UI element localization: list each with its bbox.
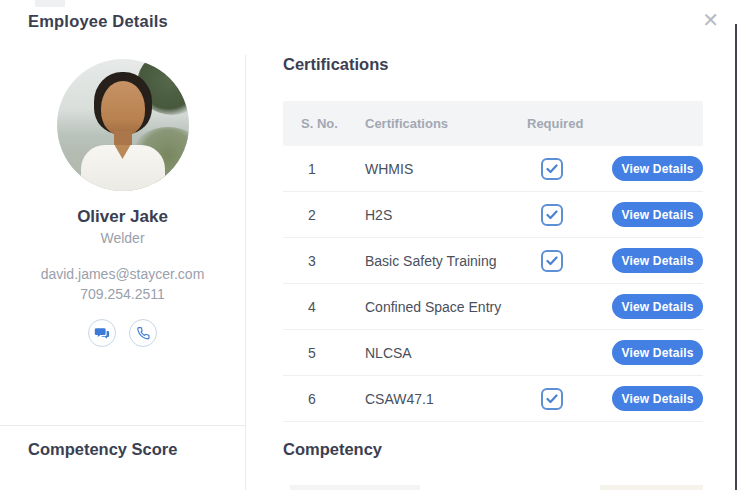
table-header: S. No. Certifications Required [283,101,703,146]
cert-name: WHMIS [365,161,527,177]
table-row: 2 H2S View Details [283,192,703,238]
contact-actions [0,319,245,347]
required-checkbox[interactable] [541,250,563,272]
employee-profile-panel: Oliver Jake Welder david.james@staycer.c… [0,55,245,347]
cert-sno: 5 [283,345,365,361]
cert-name: NLCSA [365,345,527,361]
table-row: 6 CSAW47.1 View Details [283,376,703,422]
cert-sno: 3 [283,253,365,269]
employee-name: Oliver Jake [0,207,245,227]
view-details-button[interactable]: View Details [612,248,703,273]
checkmark-icon [546,394,558,404]
view-details-button[interactable]: View Details [612,386,703,411]
employee-details-modal: Employee Details ✕ Oliver Jake Welder da… [0,0,738,490]
checkmark-icon [546,256,558,266]
view-details-button[interactable]: View Details [612,294,703,319]
avatar [57,59,189,191]
close-icon[interactable]: ✕ [698,6,723,34]
checkmark-icon [546,210,558,220]
table-row: 5 NLCSA View Details [283,330,703,376]
employee-role: Welder [0,230,245,246]
cert-name: Confined Space Entry [365,299,527,315]
view-details-button[interactable]: View Details [612,202,703,227]
employee-email: david.james@staycer.com [0,266,245,282]
checkmark-icon [546,164,558,174]
col-header-required: Required [527,116,612,131]
chat-icon [94,326,110,341]
left-section-divider [0,425,246,426]
cert-sno: 1 [283,161,365,177]
competency-score-heading: Competency Score [28,440,177,459]
table-row: 1 WHMIS View Details [283,146,703,192]
cert-sno: 6 [283,391,365,407]
call-button[interactable] [129,319,157,347]
background-artifact [35,0,65,7]
certifications-panel: Certifications S. No. Certifications Req… [283,55,703,422]
certifications-heading: Certifications [283,55,703,74]
required-checkbox[interactable] [541,158,563,180]
employee-phone: 709.254.2511 [0,286,245,302]
view-details-button[interactable]: View Details [612,340,703,365]
required-checkbox[interactable] [541,204,563,226]
page-title: Employee Details [28,12,168,31]
cert-sno: 4 [283,299,365,315]
cert-name: Basic Safety Training [365,253,527,269]
competency-table-header-partial [290,485,420,490]
competency-table-header-partial [600,485,703,490]
cert-name: H2S [365,207,527,223]
table-row: 3 Basic Safety Training View Details [283,238,703,284]
scrollbar[interactable] [735,24,737,490]
table-row: 4 Confined Space Entry View Details [283,284,703,330]
phone-icon [136,326,150,340]
certifications-table: S. No. Certifications Required 1 WHMIS V… [283,101,703,422]
cert-sno: 2 [283,207,365,223]
cert-name: CSAW47.1 [365,391,527,407]
col-header-name: Certifications [365,116,527,131]
competency-heading: Competency [283,440,382,459]
required-checkbox[interactable] [541,388,563,410]
col-header-sno: S. No. [283,116,365,131]
message-button[interactable] [88,319,116,347]
view-details-button[interactable]: View Details [612,156,703,181]
